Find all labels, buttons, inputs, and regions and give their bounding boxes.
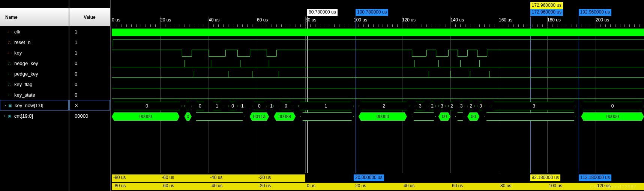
cursor-label[interactable]: 172.960000 us: [530, 2, 563, 9]
ruler-major-label: 200 us: [596, 17, 609, 23]
delta-tick: -60 us: [160, 174, 176, 181]
delta-tick: -40 us: [209, 183, 224, 189]
cursor-label[interactable]: 192.960000 us: [579, 9, 611, 16]
signal-row-key_flag[interactable]: ⎍key_flag: [0, 79, 69, 89]
signal-value: 0: [69, 79, 110, 89]
signal-type-icon: ⎍: [7, 93, 12, 97]
value-header[interactable]: Value: [69, 8, 110, 26]
expand-icon[interactable]: ›: [3, 114, 7, 118]
signal-type-icon: ⎍: [7, 61, 12, 65]
signal-value: 1: [69, 26, 110, 37]
name-header[interactable]: Name: [0, 8, 69, 26]
delta-tick: -20 us: [257, 174, 272, 181]
signal-name: pedge_key: [14, 71, 38, 77]
waveform-area[interactable]: 80.780000 us100.780000 us172.960000 us17…: [112, 0, 644, 191]
delta-tick: 0 us: [305, 174, 317, 181]
trace-clk[interactable]: [112, 27, 644, 38]
signal-value: 3: [69, 100, 110, 111]
signal-type-icon: ⎍: [7, 82, 12, 86]
signal-panel: Name ⎍clk⎍reset_n⎍key⎍nedge_key⎍pedge_ke…: [0, 0, 111, 191]
signal-name: key_state: [14, 92, 35, 98]
signal-name: clk: [14, 29, 20, 35]
trace-key_now[interactable]: 0010101012323232330: [112, 101, 644, 111]
signal-value: 1: [69, 37, 110, 47]
signal-row-reset_n[interactable]: ⎍reset_n: [0, 37, 69, 47]
trace-cnt[interactable]: 0000000011a0008800000000000000: [112, 111, 644, 122]
delta-tick: 60 us: [450, 183, 464, 189]
ruler-major-label: 120 us: [402, 17, 416, 23]
expand-icon[interactable]: ›: [3, 103, 7, 108]
delta-ruler-2[interactable]: -80 us-60 us-40 us-20 us0 us20 us40 us60…: [112, 183, 644, 191]
signal-row-clk[interactable]: ⎍clk: [0, 26, 69, 37]
signal-row-cnt190[interactable]: ›▣cnt[19:0]: [0, 111, 69, 121]
signal-value: 0: [69, 58, 110, 68]
signal-row-nedge_key[interactable]: ⎍nedge_key: [0, 58, 69, 68]
signal-value: 00000: [69, 111, 110, 121]
signal-type-icon: ⎍: [7, 72, 12, 76]
ruler-major-label: 60 us: [257, 17, 268, 23]
signal-name: key_flag: [14, 82, 32, 87]
signal-name: key_now[1:0]: [15, 103, 44, 108]
delta-tick: 80 us: [499, 183, 513, 189]
signal-name: cnt[19:0]: [14, 113, 33, 119]
signal-value: 1: [69, 47, 110, 58]
ruler-major-label: 0 us: [112, 17, 120, 23]
signal-type-icon: ▣: [7, 103, 12, 108]
delta-tick: 20 us: [354, 183, 368, 189]
delta-tick: 0 us: [305, 183, 317, 189]
ruler-major-label: 140 us: [450, 17, 464, 23]
ruler-major-label: 40 us: [209, 17, 219, 23]
delta-label-blue[interactable]: 20.000000 us: [354, 174, 384, 181]
time-ruler-top[interactable]: 0 us20 us40 us60 us80 us100 us120 us140 …: [112, 17, 644, 27]
signal-row-key_now10[interactable]: ›▣key_now[1:0]: [0, 100, 69, 111]
delta-tick: -20 us: [257, 183, 272, 189]
delta-ruler-1[interactable]: -80 us-60 us-40 us-20 us0 us20.000000 us…: [112, 174, 644, 183]
signal-value: 0: [69, 68, 110, 79]
ruler-major-label: 160 us: [499, 17, 512, 23]
trace-pedge_key[interactable]: [112, 69, 644, 80]
signal-type-icon: ⎍: [7, 30, 12, 34]
cursor-label[interactable]: 80.780000 us: [307, 9, 338, 16]
value-column: Value 1110000300000: [69, 0, 111, 191]
signal-row-pedge_key[interactable]: ⎍pedge_key: [0, 68, 69, 79]
delta-tick: 40 us: [402, 183, 416, 189]
name-column: Name ⎍clk⎍reset_n⎍key⎍nedge_key⎍pedge_ke…: [0, 0, 69, 191]
delta-tick: -80 us: [112, 174, 127, 181]
trace-key_state[interactable]: [112, 90, 644, 101]
signal-type-icon: ⎍: [7, 51, 12, 55]
signal-type-icon: ▣: [7, 114, 12, 118]
ruler-major-label: 20 us: [160, 17, 171, 23]
signal-name: nedge_key: [14, 61, 38, 66]
delta-tick: -80 us: [112, 183, 127, 189]
delta-label-yellow[interactable]: 92.180000 us: [530, 174, 561, 181]
delta-tick: -60 us: [160, 183, 176, 189]
signal-name: reset_n: [14, 39, 30, 45]
signal-name: key: [14, 50, 22, 56]
delta-tick: -40 us: [209, 174, 224, 181]
signal-value: 0: [69, 89, 110, 100]
ruler-major-label: 180 us: [547, 17, 561, 23]
delta-tick: 100 us: [547, 183, 564, 189]
trace-nedge_key[interactable]: [112, 59, 644, 69]
signal-row-key_state[interactable]: ⎍key_state: [0, 89, 69, 100]
trace-key_flag[interactable]: [112, 80, 644, 90]
cursor-label[interactable]: 100.780000 us: [356, 9, 388, 16]
trace-key[interactable]: [112, 48, 644, 59]
trace-reset_n[interactable]: [112, 38, 644, 48]
watermark: CSDN @nhh123987: [590, 184, 636, 189]
signal-row-key[interactable]: ⎍key: [0, 47, 69, 58]
cursor-label[interactable]: 172.960000 us: [530, 9, 563, 16]
signal-type-icon: ⎍: [7, 40, 12, 44]
delta-label-blue[interactable]: 112.180000 us: [579, 174, 611, 181]
